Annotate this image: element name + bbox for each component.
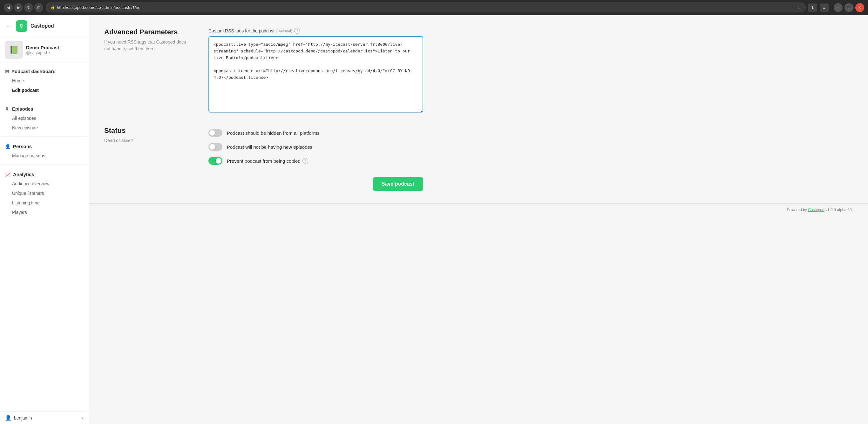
nav-section-main: ⊞ Podcast dashboard Home Edit podcast [0,63,89,98]
toggle-prevent-copy-label: Prevent podcast from being copied ? [227,158,308,164]
toggle-group: Podcast should be hidden from all platfo… [209,129,423,164]
user-icon: 👤 [5,415,11,421]
sidebar-item-home[interactable]: Home [0,76,89,86]
reload-button[interactable]: ↻ [24,3,33,12]
persons-icon: 👤 [5,144,10,149]
persons-label: Persons [13,144,32,149]
castopod-link[interactable]: Castopod [808,208,824,212]
sidebar-header: ← 🎙 Castopod [0,15,89,37]
app-logo: 🎙 [16,20,27,32]
advanced-params-section: Advanced Parameters If you need RSS tags… [104,28,423,114]
sidebar-item-dashboard[interactable]: ⊞ Podcast dashboard [0,65,89,76]
url-text: http://castopod.demo/cp-admin/podcasts/1… [57,5,795,10]
nav-section-persons: 👤 Persons Manage persons [0,138,89,163]
sidebar-item-players[interactable]: Players [0,208,89,217]
forward-button[interactable]: ▶ [14,3,23,12]
back-nav-button[interactable]: ← [5,22,13,30]
content-area: Advanced Parameters If you need RSS tags… [89,15,438,204]
sidebar-item-new-episode[interactable]: New episode [0,123,89,132]
footer: Powered by Castopod v1.0.0-alpha.40. [89,204,868,216]
episodes-label: Episodes [12,106,33,112]
footer-row: Save podcast [104,177,423,191]
nav-section-episodes: 🎙 Episodes All episodes New episode [0,100,89,135]
toggle-no-new-episodes[interactable] [209,143,222,151]
status-desc: Dead or alive? [104,137,187,144]
save-podcast-button[interactable]: Save podcast [373,177,423,191]
app-name: Castopod [31,23,54,29]
window-close-button[interactable]: ✕ [855,3,864,12]
analytics-label: Analytics [13,172,34,177]
sidebar-item-persons[interactable]: 👤 Persons [0,141,89,151]
status-left: Status Dead or alive? [104,126,193,144]
advanced-params-title: Advanced Parameters [104,28,193,36]
back-button[interactable]: ◀ [4,3,13,12]
user-arrow-icon: ▸ [82,416,84,420]
sidebar-item-unique-listeners[interactable]: Unique listeners [0,188,89,198]
sidebar-item-audience-overview[interactable]: Audience overview [0,179,89,188]
window-minimize-button[interactable]: — [834,3,843,12]
prevent-copy-help-icon[interactable]: ? [303,158,308,164]
sidebar-item-edit-podcast[interactable]: Edit podcast [0,86,89,95]
app-container: ← 🎙 Castopod 📗 Demo Podcast @castopod ↗ … [0,15,868,424]
main-content: Advanced Parameters If you need RSS tags… [89,15,868,424]
bookmark-button[interactable]: ⊡ [34,3,43,12]
sidebar: ← 🎙 Castopod 📗 Demo Podcast @castopod ↗ … [0,15,89,424]
podcast-info: 📗 Demo Podcast @castopod ↗ [0,37,89,63]
lock-icon: 🔒 [51,5,55,9]
powered-by-text: Powered by [787,208,807,212]
toggle-hidden-label: Podcast should be hidden from all platfo… [227,130,320,136]
toggle-row-hidden: Podcast should be hidden from all platfo… [209,129,423,137]
user-section[interactable]: 👤 benjamin ▸ [0,411,89,424]
sidebar-item-all-episodes[interactable]: All episodes [0,114,89,123]
sidebar-item-episodes[interactable]: 🎙 Episodes [0,103,89,114]
toggle-hidden[interactable] [209,129,222,137]
podcast-name: Demo Podcast [26,45,59,50]
advanced-params-desc: If you need RSS tags that Castopod does … [104,39,187,52]
sidebar-item-listening-time[interactable]: Listening time [0,198,89,208]
toggle-row-no-new-episodes: Podcast will not be having new episodes [209,143,423,151]
rss-optional-label: (optional) [276,29,292,33]
menu-button[interactable]: ≡ [820,3,829,12]
toggle-row-prevent-copy: Prevent podcast from being copied ? [209,157,423,164]
sidebar-item-analytics[interactable]: 📈 Analytics [0,169,89,179]
rss-field-label: Custom RSS tags for the podcast (optiona… [209,28,423,34]
user-name: benjamin [14,416,79,421]
status-right: Podcast should be hidden from all platfo… [209,126,423,164]
status-section: Status Dead or alive? Podcast should be … [104,126,423,164]
toggle-no-new-episodes-slider [209,143,222,151]
browser-chrome: ◀ ▶ ↻ ⊡ 🔒 http://castopod.demo/cp-admin/… [0,0,868,15]
toggle-no-new-episodes-label: Podcast will not be having new episodes [227,144,312,150]
rss-help-icon[interactable]: ? [294,28,300,34]
toggle-hidden-slider [209,129,222,137]
toggle-prevent-copy[interactable] [209,157,222,164]
sidebar-item-manage-persons[interactable]: Manage persons [0,151,89,160]
nav-divider-1 [0,99,89,99]
microphone-icon: 🎙 [5,107,9,112]
podcast-thumbnail: 📗 [5,41,23,59]
star-icon[interactable]: ☆ [797,4,801,10]
rss-textarea[interactable] [209,36,423,113]
advanced-params-right: Custom RSS tags for the podcast (optiona… [209,28,423,114]
status-title: Status [104,126,193,135]
nav-section-analytics: 📈 Analytics Audience overview Unique lis… [0,166,89,220]
dashboard-icon: ⊞ [5,69,9,74]
rss-label-text: Custom RSS tags for the podcast [209,28,275,33]
dashboard-label: Podcast dashboard [11,69,56,74]
install-button[interactable]: ⬇ [808,3,817,12]
version-text: v1.0.0-alpha.40. [826,208,853,212]
address-bar[interactable]: 🔒 http://castopod.demo/cp-admin/podcasts… [46,3,806,12]
podcast-handle: @castopod ↗ [26,50,59,55]
advanced-params-left: Advanced Parameters If you need RSS tags… [104,28,193,52]
nav-divider-2 [0,137,89,137]
analytics-icon: 📈 [5,172,10,177]
toggle-prevent-copy-slider [209,157,222,164]
window-maximize-button[interactable]: □ [844,3,854,12]
external-link-icon[interactable]: ↗ [48,51,51,54]
